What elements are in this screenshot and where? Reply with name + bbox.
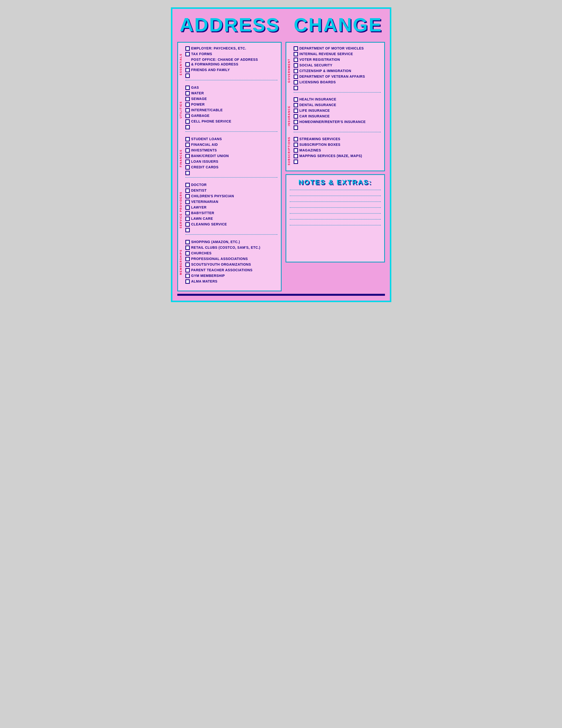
checkbox[interactable] xyxy=(185,188,190,193)
checkbox[interactable] xyxy=(185,211,190,215)
checkbox[interactable] xyxy=(185,148,190,153)
blank-checkbox[interactable] xyxy=(293,160,298,164)
checkbox[interactable] xyxy=(185,91,190,96)
checkbox[interactable] xyxy=(185,268,190,272)
check-item[interactable]: DEPARTMENT OF MOTOR VEHICLES xyxy=(293,46,381,51)
checkbox[interactable] xyxy=(293,63,298,68)
checkbox[interactable] xyxy=(185,257,190,261)
check-item[interactable]: LOAN ISSUERS xyxy=(185,159,278,164)
check-item[interactable]: HEALTH INSURANCE xyxy=(293,97,381,102)
check-item[interactable]: CHILDREN'S PHYSICIAN xyxy=(185,194,278,198)
checkbox[interactable] xyxy=(293,109,298,113)
checkbox[interactable] xyxy=(185,274,190,278)
checkbox[interactable] xyxy=(293,154,298,158)
checkbox[interactable] xyxy=(185,240,190,244)
checkbox[interactable] xyxy=(293,114,298,119)
checkbox[interactable] xyxy=(293,143,298,147)
check-item[interactable]: MAGAZINES xyxy=(293,148,381,153)
check-item[interactable]: GYM MEMBERSHIP xyxy=(185,273,278,278)
checkbox[interactable] xyxy=(185,68,190,72)
checkbox[interactable] xyxy=(293,120,298,124)
checkbox[interactable] xyxy=(293,69,298,73)
blank-item[interactable] xyxy=(185,125,278,129)
check-item[interactable]: CITIZENSHIP & IMMIGRATION xyxy=(293,69,381,73)
check-item[interactable]: CLEANING SERVICE xyxy=(185,222,278,227)
check-item[interactable]: SEWAGE xyxy=(185,97,278,101)
check-item[interactable]: STUDENT LOANS xyxy=(185,137,278,141)
checkbox[interactable] xyxy=(185,52,190,56)
checkbox[interactable] xyxy=(185,154,190,158)
blank-checkbox[interactable] xyxy=(185,74,190,78)
check-item[interactable]: FINANCIAL AID xyxy=(185,142,278,147)
check-item[interactable]: FRIENDS AND FAMILY xyxy=(185,68,278,72)
check-item[interactable]: ALMA MATERS xyxy=(185,279,278,284)
check-item[interactable]: DOCTOR xyxy=(185,183,278,187)
check-item[interactable]: DEPARTMENT OF VETERAN AFFAIRS xyxy=(293,74,381,79)
check-item[interactable]: WATER xyxy=(185,91,278,96)
check-item[interactable]: VETERINARIAN xyxy=(185,199,278,204)
checkbox[interactable] xyxy=(185,46,190,51)
check-item[interactable]: & FORWARDING ADDRESS xyxy=(185,62,278,67)
check-item[interactable]: POWER xyxy=(185,102,278,107)
blank-checkbox[interactable] xyxy=(293,125,298,130)
check-item[interactable]: EMPLOYER: PAYCHECKS, ETC. xyxy=(185,46,278,51)
blank-item[interactable] xyxy=(293,86,381,90)
checkbox[interactable] xyxy=(185,194,190,198)
checkbox[interactable] xyxy=(185,62,190,67)
blank-item[interactable] xyxy=(185,171,278,175)
blank-checkbox[interactable] xyxy=(185,228,190,232)
check-item[interactable]: DENTAL INSURANCE xyxy=(293,103,381,107)
checkbox[interactable] xyxy=(185,108,190,112)
checkbox[interactable] xyxy=(185,246,190,250)
checkbox[interactable] xyxy=(185,279,190,284)
check-item[interactable]: SCOUTS/YOUTH ORGANIZATIONS xyxy=(185,262,278,267)
blank-checkbox[interactable] xyxy=(185,171,190,175)
checkbox[interactable] xyxy=(293,58,298,62)
check-item[interactable]: CHURCHES xyxy=(185,251,278,256)
check-item[interactable]: BANK/CREDIT UNION xyxy=(185,154,278,158)
checkbox[interactable] xyxy=(185,251,190,256)
checkbox[interactable] xyxy=(185,114,190,118)
checkbox[interactable] xyxy=(185,200,190,204)
check-item[interactable]: GAS xyxy=(185,85,278,90)
check-item[interactable]: LAWN CARE xyxy=(185,216,278,221)
check-item[interactable]: RETAIL CLUBS (COSTCO, SAM'S, ETC.) xyxy=(185,245,278,250)
check-item[interactable]: CELL PHONE SERVICE xyxy=(185,119,278,124)
check-item[interactable]: STREAMING SERVICES xyxy=(293,137,381,141)
checkbox[interactable] xyxy=(293,52,298,56)
check-item[interactable]: TAX FORMS xyxy=(185,52,278,56)
check-item[interactable]: MAPPING SERVICES (WAZE, MAPS) xyxy=(293,154,381,158)
checkbox[interactable] xyxy=(293,137,298,141)
checkbox[interactable] xyxy=(293,80,298,85)
blank-checkbox[interactable] xyxy=(293,86,298,90)
checkbox[interactable] xyxy=(185,262,190,267)
checkbox[interactable] xyxy=(185,222,190,227)
blank-item[interactable] xyxy=(293,125,381,130)
check-item[interactable]: INTERNAL REVENUE SERVICE xyxy=(293,52,381,56)
check-item[interactable]: CAR INSURANCE xyxy=(293,114,381,119)
checkbox[interactable] xyxy=(185,183,190,187)
check-item[interactable]: DENTIST xyxy=(185,188,278,193)
checkbox[interactable] xyxy=(185,165,190,170)
checkbox[interactable] xyxy=(185,102,190,107)
blank-item[interactable] xyxy=(293,159,381,164)
checkbox[interactable] xyxy=(293,46,298,51)
checkbox[interactable] xyxy=(293,97,298,102)
blank-item[interactable] xyxy=(185,73,278,78)
check-item[interactable]: CREDIT CARDS xyxy=(185,165,278,170)
check-item[interactable]: PROFESSIONAL ASSOCIATIONS xyxy=(185,257,278,261)
checkbox[interactable] xyxy=(185,119,190,124)
blank-item[interactable] xyxy=(185,228,278,232)
checkbox[interactable] xyxy=(185,160,190,164)
checkbox[interactable] xyxy=(293,148,298,153)
check-item[interactable]: PARENT TEACHER ASSOCIATIONS xyxy=(185,268,278,272)
check-item[interactable]: LICENSING BOARDS xyxy=(293,80,381,85)
checkbox[interactable] xyxy=(185,97,190,101)
check-item[interactable]: INTERNET/CABLE xyxy=(185,108,278,112)
checkbox[interactable] xyxy=(185,217,190,221)
check-item[interactable]: SUBSCRIPTION BOXES xyxy=(293,142,381,147)
check-item[interactable]: LIFE INSURANCE xyxy=(293,108,381,113)
checkbox[interactable] xyxy=(185,205,190,210)
checkbox[interactable] xyxy=(185,143,190,147)
checkbox[interactable] xyxy=(293,74,298,79)
